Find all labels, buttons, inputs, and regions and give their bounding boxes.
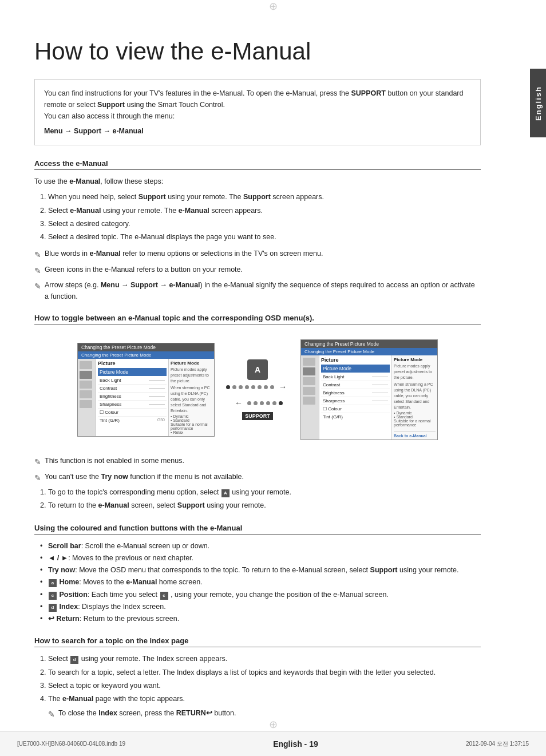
access-step-3: Select a desired category. (48, 218, 481, 230)
left-right-panel: Picture Mode Picture modes apply preset … (168, 359, 214, 436)
toggle-note-2: ✎ You can't use the Try now function if … (34, 471, 481, 484)
dot-r2 (254, 401, 258, 405)
right-back-light-item: Back Light———— (321, 373, 390, 381)
left-arrow-icon: ← (235, 398, 243, 407)
access-step-4: Select a desired topic. The e-Manual dis… (48, 231, 481, 243)
left-screen-body: Picture Picture Mode Back Light———— Cont… (78, 359, 214, 436)
search-heading: How to search for a topic on the index p… (34, 636, 481, 647)
dot-r5 (272, 401, 276, 405)
dot-8 (270, 385, 274, 389)
dot-3 (239, 385, 243, 389)
right-colour-item: ☐ Colour (321, 405, 390, 413)
right-screen-header: Changing the Preset Picture Mode (301, 340, 437, 348)
coloured-heading: Using the coloured and function buttons … (34, 524, 481, 535)
diagram-area: Changing the Preset Picture Mode Changin… (34, 334, 481, 446)
right-arrow-icon: → (279, 382, 287, 391)
dot-r1 (247, 401, 251, 405)
a-button: A (247, 359, 268, 380)
note-pencil-icon-t2: ✎ (34, 472, 41, 484)
left-picture-mode-item: Picture Mode (98, 368, 167, 376)
left-panel-desc: Picture modes apply preset adjustments t… (171, 367, 212, 383)
dot-r4 (266, 401, 270, 405)
top-arrow-section: A → (226, 359, 289, 391)
menu-path: Menu → Support → e-Manual (44, 125, 471, 137)
access-intro: To use the e-Manual, follow these steps: (34, 176, 481, 188)
coloured-item-return: ↩ Return: Return to the previous screen. (40, 613, 481, 625)
toggle-heading: How to toggle between an e-Manual topic … (34, 314, 481, 324)
right-contrast-item: Contrast———— (321, 381, 390, 389)
right-panel-desc: Picture modes apply preset adjustments t… (394, 363, 436, 380)
search-step-4: The e-Manual page with the topic appears… (48, 693, 481, 721)
right-menu-content: Picture Picture Mode Back Light———— Cont… (319, 355, 391, 440)
footer-left-text: [UE7000-XH]BN68-04060D-04L08.indb 19 (17, 741, 125, 747)
note-pencil-icon-s1: ✎ (48, 708, 55, 721)
page-footer: [UE7000-XH]BN68-04060D-04L08.indb 19 Eng… (0, 731, 546, 756)
toggle-step-2: To return to the e-Manual screen, select… (48, 500, 481, 512)
footer-right-text: 2012-09-04 오전 1:37:15 (466, 740, 529, 748)
right-panel-title: Picture Mode (394, 357, 436, 362)
left-colour-item: ☐ Colour (98, 409, 167, 417)
access-note-2: ✎ Green icons in the e-Manual refers to … (34, 264, 481, 277)
left-panel-standard: • Standard (171, 418, 212, 422)
back-to-emanual-label: Back to e-Manual (394, 432, 436, 438)
right-panel-suitable: Suitable for a normal performance (394, 419, 436, 427)
info-line2: You can also access it through the menu: (44, 112, 175, 120)
left-sharpness-item: Sharpness———— (98, 401, 167, 409)
coloured-item-home: a Home: Moves to the e-Manual home scree… (40, 576, 481, 588)
dots-left-row: → (226, 382, 289, 391)
right-tint-item: Tint (G/R) (321, 413, 390, 421)
dot-2 (232, 385, 236, 389)
dot-4 (245, 385, 249, 389)
bottom-arrow-section: ← SUPPORT (232, 398, 283, 420)
toggle-note-1: ✎ This function is not enabled in some m… (34, 455, 481, 468)
dots-right-row: ← (232, 398, 283, 407)
coloured-list: Scroll bar: Scroll the e-Manual screen u… (40, 540, 481, 626)
left-panel-cinema: • Relax (171, 430, 212, 434)
search-step-3: Select a topic or keyword you want. (48, 680, 481, 692)
toggle-step-1: To go to the topic's corresponding menu … (48, 486, 481, 498)
dot-1 (226, 385, 230, 389)
right-screen-body: Picture Picture Mode Back Light———— Cont… (301, 355, 437, 440)
coloured-item-index: d Index: Displays the Index screen. (40, 601, 481, 613)
search-steps-list: Select d using your remote. The Index sc… (48, 653, 481, 721)
support-button-label: SUPPORT (242, 412, 273, 420)
bottom-crosshair-icon: ⊕ (269, 718, 278, 731)
right-brightness-item: Brightness———— (321, 389, 390, 397)
coloured-item-scroll: Scroll bar: Scroll the e-Manual screen u… (40, 540, 481, 552)
toggle-steps-list: To go to the topic's corresponding menu … (48, 486, 481, 512)
left-screen-header: Changing the Preset Picture Mode (78, 343, 214, 351)
access-note-1: ✎ Blue words in e-Manual refer to menu o… (34, 248, 481, 261)
coloured-item-position: c Position: Each time you select c , usi… (40, 589, 481, 601)
search-step-2: To search for a topic, select a letter. … (48, 667, 481, 679)
note-pencil-icon-3: ✎ (34, 280, 41, 292)
search-step-1: Select d using your remote. The Index sc… (48, 653, 481, 665)
top-crosshair-icon: ⊕ (0, 0, 546, 13)
left-screen: Changing the Preset Picture Mode Changin… (77, 343, 215, 437)
left-tint-item: Tint (G/R)G50 (98, 417, 167, 424)
dot-5 (251, 385, 255, 389)
left-panel-note: When streaming a PC using the DLNA (PC) … (171, 385, 212, 413)
access-step-1: When you need help, select Support using… (48, 191, 481, 203)
note-pencil-icon-2: ✎ (34, 264, 41, 277)
dot-6 (258, 385, 262, 389)
left-panel-title: Picture Mode (171, 361, 212, 366)
access-note-3: ✎ Arrow steps (e.g. Menu → Support → e-M… (34, 279, 481, 302)
info-line1: You can find instructions for your TV's … (44, 89, 463, 109)
dot-7 (264, 385, 268, 389)
left-back-light-item: Back Light———— (98, 377, 167, 385)
left-menu-content: Picture Picture Mode Back Light———— Cont… (96, 359, 168, 436)
access-heading: Access the e-Manual (34, 159, 481, 170)
right-screen: Changing the Preset Picture Mode Changin… (300, 339, 438, 440)
right-panel-dynamic: • Dynamic (394, 411, 436, 415)
left-panel-suitable: Suitable for a normal performance (171, 422, 212, 430)
left-contrast-item: Contrast———— (98, 385, 167, 393)
right-screen-blue-bar: Changing the Preset Picture Mode (301, 348, 437, 355)
left-panel-dynamic: • Dynamic (171, 414, 212, 418)
dot-r6 (279, 401, 283, 405)
right-panel-standard: • Standard (394, 415, 436, 419)
info-box: You can find instructions for your TV's … (34, 79, 481, 145)
right-sharpness-item: Sharpness———— (321, 397, 390, 405)
coloured-item-arrows: ◄ / ►: Moves to the previous or next cha… (40, 552, 481, 564)
coloured-item-trynow: Try now: Move the OSD menu that correspo… (40, 564, 481, 576)
note-pencil-icon-t1: ✎ (34, 456, 41, 468)
